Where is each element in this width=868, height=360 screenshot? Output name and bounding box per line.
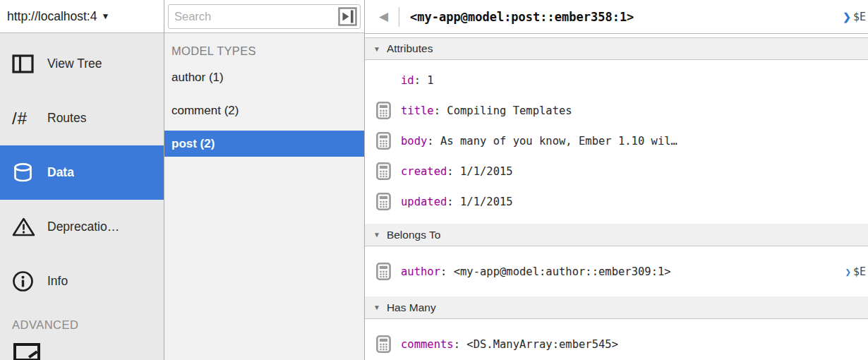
property-separator: : bbox=[447, 196, 460, 208]
ember-inspector: http://localhost:4 ▼ View Tree /# Routes… bbox=[0, 0, 868, 360]
inspected-app-selector[interactable]: http://localhost:4 ▼ bbox=[0, 0, 164, 33]
property-value[interactable]: <DS.ManyArray:ember545> bbox=[466, 338, 618, 351]
sidebar-item-label: Data bbox=[47, 165, 74, 180]
sidebar-item-deprecations[interactable]: Deprecatio… bbox=[0, 200, 164, 254]
triangle-down-icon: ▼ bbox=[373, 231, 380, 239]
property-value[interactable]: As many of you know, Ember 1.10 wil… bbox=[440, 135, 677, 148]
chevron-down-icon: ▼ bbox=[101, 11, 109, 21]
section-body-has-many: comments: <DS.ManyArray:ember545> bbox=[365, 319, 868, 360]
partial-nav-icon[interactable] bbox=[13, 343, 40, 360]
calculator-icon[interactable] bbox=[376, 162, 391, 180]
property-name: author bbox=[401, 265, 440, 278]
calculator-icon[interactable] bbox=[376, 193, 391, 210]
object-inspector-header: ◀ <my-app@model:post::ember358:1> ❯ $E bbox=[365, 0, 868, 34]
model-item-author[interactable]: author (1) bbox=[164, 64, 364, 90]
property-value[interactable]: 1/1/2015 bbox=[460, 196, 513, 208]
send-label: $E bbox=[853, 11, 866, 23]
sidebar-item-data[interactable]: Data bbox=[0, 145, 164, 200]
send-to-console-button[interactable]: ❯ $E bbox=[837, 265, 867, 278]
header-divider bbox=[399, 7, 399, 27]
model-item-post[interactable]: post (2) bbox=[164, 131, 364, 157]
property-row-updated: updated: 1/1/2015 bbox=[365, 186, 868, 217]
sidebar-item-routes[interactable]: /# Routes bbox=[0, 91, 164, 145]
property-separator: : bbox=[440, 265, 454, 278]
back-icon[interactable]: ◀ bbox=[379, 11, 388, 23]
section-belongs-to: ▼ Belongs To author: <my-app@model:autho… bbox=[365, 224, 868, 296]
send-to-console-button[interactable]: ❯ $E bbox=[834, 11, 866, 23]
sidebar-item-label: Routes bbox=[47, 111, 86, 126]
send-label: $E bbox=[853, 265, 866, 278]
routes-icon: /# bbox=[12, 109, 40, 128]
property-row-id: id: 1 bbox=[365, 65, 868, 95]
object-title: <my-app@model:post::ember358:1> bbox=[410, 10, 634, 24]
sidebar-item-view-tree[interactable]: View Tree bbox=[0, 37, 164, 91]
section-header-belongs-to[interactable]: ▼ Belongs To bbox=[365, 224, 868, 246]
section-header-has-many[interactable]: ▼ Has Many bbox=[365, 296, 868, 319]
calculator-icon[interactable] bbox=[376, 263, 391, 280]
property-row-author: author: <my-app@model:author::ember309:1… bbox=[365, 256, 868, 287]
property-separator: : bbox=[414, 74, 428, 87]
property-value[interactable]: 1 bbox=[427, 74, 433, 87]
sidebar-item-info[interactable]: Info bbox=[0, 254, 164, 308]
property-row-created: created: 1/1/2015 bbox=[365, 156, 868, 186]
left-column: http://localhost:4 ▼ View Tree /# Routes… bbox=[0, 0, 164, 360]
property-name: comments bbox=[401, 338, 454, 351]
model-types-heading: MODEL TYPES bbox=[164, 39, 364, 64]
model-types-panel: MODEL TYPES author (1) comment (2) post … bbox=[164, 0, 365, 360]
property-separator: : bbox=[454, 338, 467, 351]
sidebar-item-label: View Tree bbox=[47, 56, 102, 71]
property-name: updated bbox=[401, 196, 447, 208]
sidebar-item-label: Deprecatio… bbox=[47, 220, 119, 234]
database-icon bbox=[12, 162, 40, 184]
property-name: title bbox=[401, 104, 434, 117]
calculator-icon[interactable] bbox=[376, 102, 391, 119]
section-body-attributes: id: 1 title: Compiling Templates body: A… bbox=[365, 60, 868, 224]
warning-triangle-icon bbox=[12, 217, 40, 237]
view-tree-icon bbox=[12, 54, 40, 73]
inspected-app-url: http://localhost:4 bbox=[7, 9, 97, 24]
section-title: Belongs To bbox=[387, 229, 440, 241]
search-bar bbox=[164, 0, 364, 33]
collapse-panel-icon[interactable] bbox=[338, 7, 357, 26]
property-value[interactable]: 1/1/2015 bbox=[460, 165, 513, 178]
send-chevron-icon: ❯ bbox=[843, 11, 851, 23]
search-input[interactable] bbox=[168, 4, 361, 29]
sidebar-item-label: Info bbox=[47, 274, 68, 289]
property-row-comments: comments: <DS.ManyArray:ember545> bbox=[365, 329, 868, 359]
property-separator: : bbox=[427, 135, 440, 148]
property-separator: : bbox=[447, 165, 460, 178]
property-value[interactable]: Compiling Templates bbox=[447, 104, 572, 117]
property-value[interactable]: <my-app@model:author::ember309:1> bbox=[454, 265, 671, 278]
section-body-belongs-to: author: <my-app@model:author::ember309:1… bbox=[365, 246, 868, 296]
model-type-list: MODEL TYPES author (1) comment (2) post … bbox=[164, 33, 364, 360]
send-chevron-icon: ❯ bbox=[845, 266, 851, 277]
property-separator: : bbox=[434, 104, 447, 117]
section-has-many: ▼ Has Many comments: <DS.ManyArray:ember… bbox=[365, 296, 868, 360]
sidebar: View Tree /# Routes Data Deprecatio… bbox=[0, 33, 164, 360]
property-name: id bbox=[401, 74, 414, 87]
object-inspector: ◀ <my-app@model:post::ember358:1> ❯ $E ▼… bbox=[365, 0, 868, 360]
property-name: body bbox=[401, 135, 427, 148]
property-name: created bbox=[401, 165, 447, 178]
triangle-down-icon: ▼ bbox=[373, 45, 380, 53]
sidebar-section-advanced: ADVANCED bbox=[0, 318, 164, 332]
calculator-icon[interactable] bbox=[376, 132, 391, 150]
section-title: Has Many bbox=[387, 301, 436, 314]
section-header-attributes[interactable]: ▼ Attributes bbox=[365, 37, 868, 60]
property-row-title: title: Compiling Templates bbox=[365, 95, 868, 126]
info-icon bbox=[12, 270, 40, 292]
section-title: Attributes bbox=[387, 42, 433, 55]
calculator-icon[interactable] bbox=[376, 335, 391, 353]
property-row-body: body: As many of you know, Ember 1.10 wi… bbox=[365, 126, 868, 156]
model-item-comment[interactable]: comment (2) bbox=[164, 97, 364, 124]
section-attributes: ▼ Attributes id: 1 title: Compiling Temp… bbox=[365, 37, 868, 224]
triangle-down-icon: ▼ bbox=[373, 304, 380, 311]
calc-icon-placeholder bbox=[376, 71, 391, 89]
